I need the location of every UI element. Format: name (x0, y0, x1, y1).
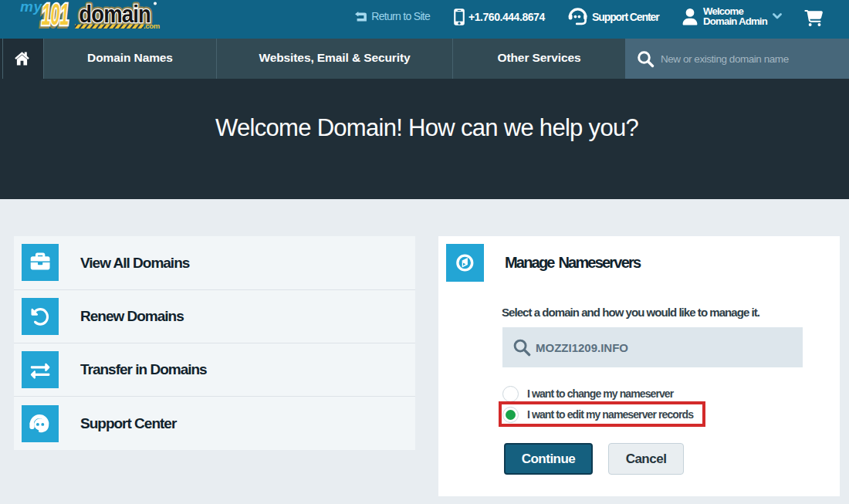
svg-text:101: 101 (42, 0, 69, 31)
svg-text:domain: domain (79, 0, 151, 27)
svg-text:.com: .com (144, 22, 160, 30)
svg-text:my: my (20, 0, 42, 15)
